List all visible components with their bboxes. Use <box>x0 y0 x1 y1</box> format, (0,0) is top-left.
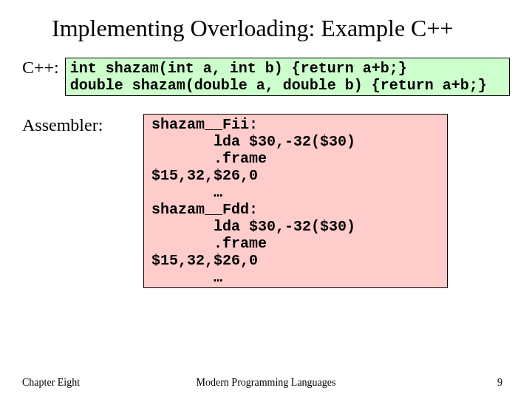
cpp-code-box: int shazam(int a, int b) {return a+b;} d… <box>65 58 510 96</box>
footer-chapter: Chapter Eight <box>22 377 80 389</box>
slide: Implementing Overloading: Example C++ C+… <box>0 0 532 399</box>
slide-title: Implementing Overloading: Example C++ <box>52 13 510 43</box>
cpp-row: C++: int shazam(int a, int b) {return a+… <box>22 58 510 96</box>
cpp-code: int shazam(int a, int b) {return a+b;} d… <box>70 60 505 94</box>
footer-center: Modern Programming Languages <box>197 377 336 389</box>
assembler-code-box: shazam__Fii: lda $30,-32($30) .frame $15… <box>143 114 448 288</box>
assembler-code: shazam__Fii: lda $30,-32($30) .frame $15… <box>151 116 440 286</box>
footer: Chapter Eight Modern Programming Languag… <box>0 377 532 389</box>
footer-page-number: 9 <box>497 377 502 389</box>
assembler-row: Assembler: shazam__Fii: lda $30,-32($30)… <box>22 114 510 288</box>
cpp-label: C++: <box>22 58 65 78</box>
assembler-label: Assembler: <box>22 114 126 134</box>
